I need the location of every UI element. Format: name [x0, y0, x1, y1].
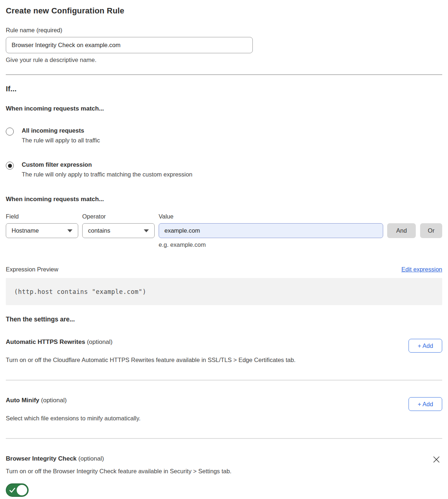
create-configuration-rule-form: Create new Configuration Rule Rule name … — [0, 6, 448, 498]
section-divider — [6, 380, 442, 381]
optional-tag: (optional) — [87, 338, 113, 345]
check-icon — [9, 488, 15, 493]
setting-automatic-https-rewrites: Automatic HTTPS Rewrites (optional) + Ad… — [6, 338, 442, 363]
setting-title: Auto Minify (optional) — [6, 397, 67, 404]
optional-tag: (optional) — [78, 455, 104, 462]
add-auto-minify-button[interactable]: + Add — [409, 397, 442, 411]
browser-integrity-check-toggle[interactable] — [6, 483, 29, 497]
add-automatic-https-rewrites-button[interactable]: + Add — [409, 339, 442, 353]
rule-name-label: Rule name (required) — [6, 27, 442, 34]
value-input[interactable] — [159, 223, 383, 238]
section-divider — [6, 74, 442, 75]
close-icon — [433, 456, 440, 463]
radio-all-requests[interactable] — [6, 128, 14, 136]
radio-option-custom-filter[interactable]: Custom filter expression The rule will o… — [6, 161, 442, 178]
operator-label: Operator — [82, 213, 159, 220]
operator-select[interactable]: contains — [82, 223, 155, 238]
page-title: Create new Configuration Rule — [6, 6, 442, 16]
radio-option-all-requests[interactable]: All incoming requests The rule will appl… — [6, 127, 442, 144]
setting-description: Select which file extensions to minify a… — [6, 415, 442, 422]
expression-preview-code: (http.host contains "example.com") — [6, 278, 442, 305]
builder-heading: When incoming requests match... — [6, 196, 442, 203]
operator-select-value: contains — [88, 227, 110, 234]
value-help: e.g. example.com — [159, 241, 442, 248]
radio-all-requests-label: All incoming requests — [22, 127, 100, 134]
field-label: Field — [6, 213, 82, 220]
expression-preview-label: Expression Preview — [6, 266, 58, 273]
toggle-knob — [17, 485, 27, 495]
setting-title: Automatic HTTPS Rewrites (optional) — [6, 338, 113, 346]
field-select-value: Hostname — [12, 227, 39, 234]
field-select[interactable]: Hostname — [6, 223, 78, 238]
then-settings-heading: Then the settings are... — [6, 316, 442, 323]
setting-browser-integrity-check: Browser Integrity Check (optional) Turn … — [6, 455, 442, 498]
edit-expression-link[interactable]: Edit expression — [401, 266, 442, 273]
remove-browser-integrity-check-button[interactable] — [432, 456, 440, 464]
rule-name-input[interactable] — [6, 37, 253, 53]
radio-custom-filter-description: The rule will only apply to traffic matc… — [22, 171, 192, 178]
rule-name-help: Give your rule a descriptive name. — [6, 57, 442, 63]
and-button[interactable]: And — [387, 223, 416, 238]
setting-description: Turn on or off the Browser Integrity Che… — [6, 468, 442, 475]
setting-title: Browser Integrity Check (optional) — [6, 455, 104, 462]
radio-custom-filter[interactable] — [6, 162, 14, 170]
if-heading: If... — [6, 84, 442, 93]
radio-all-requests-description: The rule will apply to all traffic — [22, 137, 100, 144]
or-button[interactable]: Or — [420, 223, 442, 238]
chevron-down-icon — [144, 229, 149, 232]
chevron-down-icon — [67, 229, 72, 232]
optional-tag: (optional) — [41, 397, 67, 404]
match-subheading: When incoming requests match... — [6, 105, 442, 112]
section-divider — [6, 438, 442, 439]
value-label: Value — [159, 213, 173, 220]
radio-custom-filter-label: Custom filter expression — [22, 161, 192, 168]
setting-description: Turn on or off the Cloudflare Automatic … — [6, 357, 442, 363]
setting-auto-minify: Auto Minify (optional) + Add Select whic… — [6, 397, 442, 422]
